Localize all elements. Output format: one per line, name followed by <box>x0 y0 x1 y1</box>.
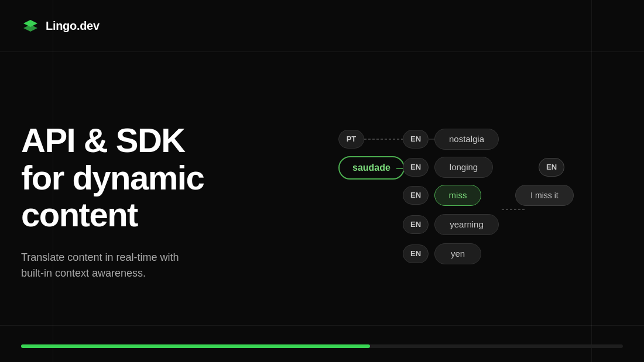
content-area: API & SDK for dynamic content Translate … <box>0 35 644 362</box>
en-lang-badge-5: EN <box>403 244 429 263</box>
headline: API & SDK for dynamic content <box>21 122 302 233</box>
progress-bar-container <box>21 344 623 348</box>
en-lang-badge-floating: EN <box>539 158 564 177</box>
en-lang-badge-3: EN <box>403 186 429 205</box>
lingo-logo-icon <box>21 16 40 35</box>
yearning-word: yearning <box>434 214 499 235</box>
header: Lingo.dev <box>0 0 644 35</box>
en-lang-badge-4: EN <box>403 215 429 234</box>
en-lang-badge-1: EN <box>403 130 429 149</box>
main-container: Lingo.dev API & SDK for dynamic content … <box>0 0 644 362</box>
logo-text: Lingo.dev <box>46 19 100 33</box>
right-section: PT EN nostalgia saudade EN longing EN EN… <box>302 105 623 292</box>
progress-bar-fill <box>21 344 370 348</box>
miss-word: miss <box>434 185 481 206</box>
left-section: API & SDK for dynamic content Translate … <box>21 116 302 281</box>
yen-word: yen <box>434 243 481 264</box>
pt-lang-badge: PT <box>338 130 364 149</box>
subtext: Translate content in real-time with buil… <box>21 250 244 281</box>
en-lang-badge-2: EN <box>403 158 429 177</box>
longing-word: longing <box>434 157 493 178</box>
translation-diagram: PT EN nostalgia saudade EN longing EN EN… <box>322 111 603 287</box>
i-miss-it-phrase: I miss it <box>515 185 574 206</box>
source-word: saudade <box>338 156 405 180</box>
nostalgia-word: nostalgia <box>434 129 499 150</box>
